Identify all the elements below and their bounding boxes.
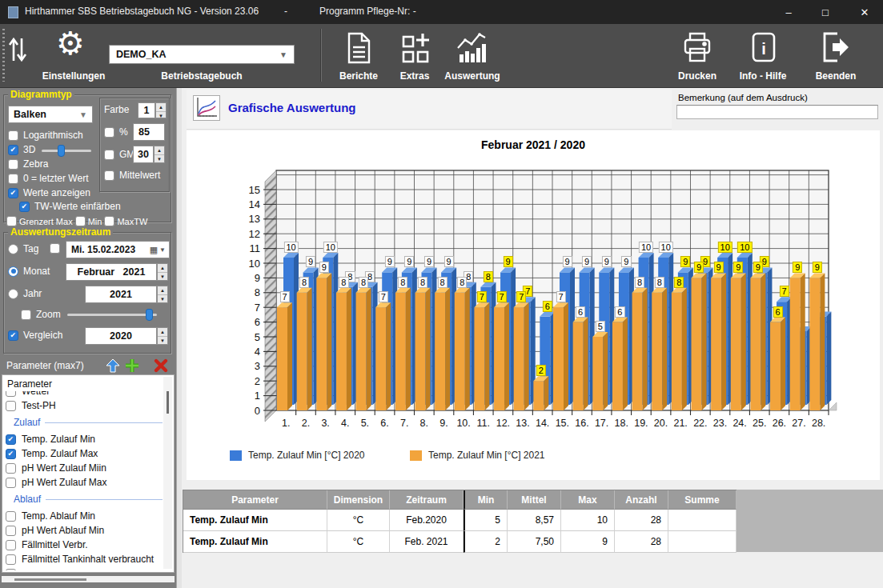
table-header-zeitraum[interactable]: Zeitraum xyxy=(390,490,464,510)
logarithmisch-checkbox[interactable] xyxy=(8,130,18,141)
tw-einfaerben-checkbox[interactable] xyxy=(19,202,30,212)
diagrammtyp-select[interactable]: Balken ▼ xyxy=(8,106,93,123)
parameter-checkbox[interactable] xyxy=(6,434,16,445)
horizontal-scrollbar[interactable] xyxy=(2,576,175,582)
logarithmisch-row[interactable]: Logarithmisch xyxy=(8,130,83,141)
maxtw-checkbox[interactable] xyxy=(104,216,114,226)
3d-row[interactable]: 3D xyxy=(8,144,35,155)
add-parameter-button[interactable] xyxy=(123,357,141,374)
zoom-slider-thumb[interactable] xyxy=(146,309,153,321)
min-checkbox[interactable] xyxy=(75,216,86,226)
tag-date-field[interactable]: Mi. 15.02.2023 ▦ ▼ xyxy=(66,241,170,258)
close-button[interactable]: ✕ xyxy=(846,0,883,24)
jahr-row[interactable]: Jahr xyxy=(8,288,42,299)
vergleich-spinner[interactable]: ▲▼ xyxy=(157,327,168,345)
extras-icon[interactable] xyxy=(399,30,431,69)
parameter-checkbox[interactable] xyxy=(6,478,16,488)
pct-field[interactable]: 85 xyxy=(133,123,165,141)
table-header-parameter[interactable]: Parameter xyxy=(183,490,327,510)
zebra-row[interactable]: Zebra xyxy=(8,158,48,170)
tag-row[interactable]: Tag xyxy=(8,243,38,254)
parameter-item[interactable]: Temp. Ablauf Min xyxy=(6,509,163,523)
table-header-max[interactable]: Max xyxy=(561,490,615,510)
monat-row[interactable]: Monat xyxy=(8,266,50,277)
zoom-row[interactable]: Zoom xyxy=(21,309,61,320)
parameter-checkbox[interactable] xyxy=(6,449,16,459)
jahr-radio[interactable] xyxy=(8,289,18,299)
auswertung-icon[interactable] xyxy=(453,30,490,69)
werte-anzeigen-row[interactable]: Werte anzeigen xyxy=(8,187,90,198)
table-header-mittel[interactable]: Mittel xyxy=(508,490,561,510)
parameter-checkbox[interactable] xyxy=(6,391,16,397)
parameter-item[interactable]: pH Wert Ablauf Min xyxy=(6,523,163,538)
gm-checkbox[interactable] xyxy=(104,150,114,160)
maximize-button[interactable]: □ xyxy=(807,0,844,24)
clear-parameters-button[interactable] xyxy=(152,357,170,374)
berichte-icon[interactable] xyxy=(343,30,375,69)
parameter-item[interactable]: pH Wert Zulauf Max xyxy=(6,475,163,490)
chevron-down-icon[interactable]: ▼ xyxy=(159,246,166,254)
extras-label[interactable]: Extras xyxy=(383,70,447,82)
mandant-dropdown[interactable]: DEMO_KA ▼ xyxy=(109,45,295,64)
null-letzter-row[interactable]: 0 = letzter Wert xyxy=(8,173,88,184)
horizontal-scrollbar-thumb[interactable] xyxy=(14,578,86,581)
farbe-field[interactable]: 1 xyxy=(138,102,155,118)
3d-checkbox[interactable] xyxy=(8,145,18,155)
sort-arrows-icon[interactable] xyxy=(6,34,29,69)
parameter-item[interactable] xyxy=(6,566,163,570)
parameter-checkbox[interactable] xyxy=(6,569,16,571)
gm-spinner[interactable]: ▲▼ xyxy=(154,146,165,163)
farbe-spinner[interactable]: ▲▼ xyxy=(155,102,167,118)
tag-radio[interactable] xyxy=(8,244,18,254)
parameter-item[interactable]: Test-PH xyxy=(6,398,163,413)
move-up-button[interactable] xyxy=(104,357,122,374)
table-header-dimension[interactable]: Dimension xyxy=(327,490,390,510)
zoom-slider[interactable] xyxy=(67,314,157,316)
3d-depth-slider[interactable] xyxy=(42,150,91,152)
toolbar-grip[interactable] xyxy=(2,29,5,82)
parameter-item[interactable]: pH Wert Zulauf Miin xyxy=(6,461,163,475)
parameter-item[interactable]: Wetter xyxy=(6,391,163,398)
beenden-label[interactable]: Beenden xyxy=(801,70,871,82)
vergleich-checkbox[interactable] xyxy=(8,330,18,341)
gm-row[interactable]: GM xyxy=(104,149,134,160)
tag-checkbox[interactable] xyxy=(50,243,60,254)
table-row[interactable]: Temp. Zulauf Min°CFeb.202058,571028 xyxy=(183,510,737,531)
table-header-min[interactable]: Min xyxy=(464,490,508,510)
parameter-checkbox[interactable] xyxy=(6,526,16,536)
tw-einfaerben-row[interactable]: TW-Werte einfärben xyxy=(19,201,121,212)
monat-field[interactable]: Februar 2021 xyxy=(66,263,157,281)
bemerkung-input[interactable] xyxy=(676,105,878,119)
info-icon[interactable]: i xyxy=(747,30,781,69)
parameter-item[interactable]: Temp. Zulauf Max xyxy=(6,446,163,461)
table-row[interactable]: Temp. Zulauf Min°CFeb. 202127,50928 xyxy=(183,531,737,553)
sidebar-splitter[interactable] xyxy=(176,88,182,588)
drucken-label[interactable]: Drucken xyxy=(664,70,731,82)
minimize-button[interactable]: – xyxy=(770,0,807,24)
beenden-icon[interactable] xyxy=(818,30,853,69)
drucken-icon[interactable] xyxy=(680,30,715,69)
parameter-checkbox[interactable] xyxy=(6,463,16,474)
parameter-checkbox[interactable] xyxy=(6,540,16,550)
pct-checkbox[interactable] xyxy=(104,127,114,138)
parameter-item[interactable]: Temp. Zulauf Min xyxy=(6,432,163,446)
parameter-item[interactable]: Fällmittel Tankinhalt verbraucht xyxy=(6,552,163,566)
zebra-checkbox[interactable] xyxy=(8,159,18,170)
null-letzter-checkbox[interactable] xyxy=(8,174,18,184)
parameter-item[interactable]: Fällmittel Verbr. xyxy=(6,538,163,552)
gear-icon[interactable]: ⚙ xyxy=(56,26,85,61)
zoom-checkbox[interactable] xyxy=(21,310,31,320)
parameter-checkbox[interactable] xyxy=(6,554,16,565)
monat-radio[interactable] xyxy=(8,266,18,277)
vertical-scrollbar-thumb[interactable] xyxy=(167,391,169,414)
3d-slider-thumb[interactable] xyxy=(58,145,65,157)
mittelwert-row[interactable]: Mittelwert xyxy=(104,170,160,181)
parameter-checkbox[interactable] xyxy=(6,401,16,411)
parameter-checkbox[interactable] xyxy=(6,511,16,522)
auswertung-label[interactable]: Auswertung xyxy=(439,70,506,82)
info-hilfe-label[interactable]: Info - Hilfe xyxy=(724,70,801,82)
vergleich-field[interactable]: 2020 xyxy=(85,327,157,345)
table-header-summe[interactable]: Summe xyxy=(668,490,737,510)
vertical-scrollbar[interactable] xyxy=(163,377,172,569)
jahr-field[interactable]: 2021 xyxy=(85,286,157,303)
